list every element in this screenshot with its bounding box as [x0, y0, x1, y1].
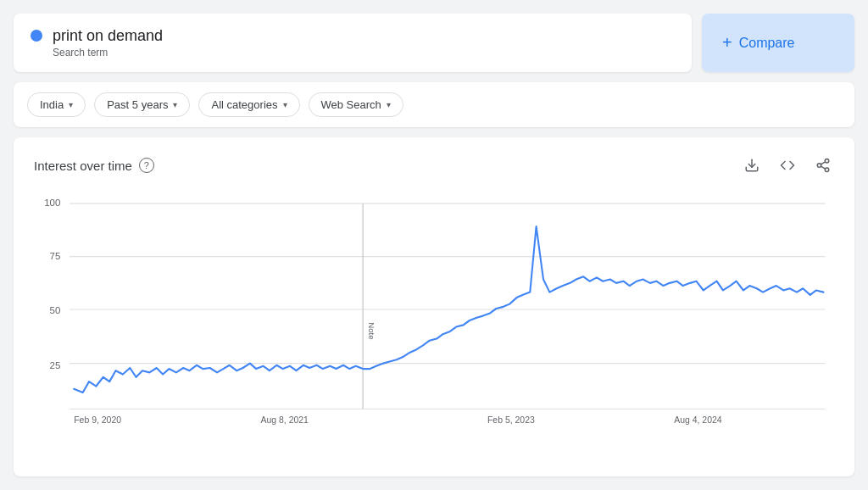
filter-region[interactable]: India ▾ [27, 92, 86, 117]
svg-line-4 [821, 166, 825, 169]
filter-search-type[interactable]: Web Search ▾ [309, 92, 403, 117]
chevron-down-icon: ▾ [173, 100, 177, 109]
filter-region-label: India [40, 98, 64, 111]
y-label-100: 100 [44, 197, 61, 208]
svg-line-5 [821, 162, 825, 164]
chevron-down-icon: ▾ [387, 100, 391, 109]
top-row: print on demand Search term + Compare [14, 14, 854, 72]
filter-category[interactable]: All categories ▾ [198, 92, 299, 117]
compare-label: Compare [739, 36, 795, 51]
chevron-down-icon: ▾ [69, 100, 73, 109]
compare-button[interactable]: + Compare [702, 14, 854, 72]
filter-time-label: Past 5 years [107, 98, 168, 111]
x-label-feb2020: Feb 9, 2020 [74, 414, 121, 424]
search-term-dot [31, 30, 42, 42]
filter-category-label: All categories [211, 98, 277, 111]
chart-title: Interest over time [34, 159, 132, 173]
chart-container: 100 75 50 25 Note Feb 9, 2020 Aug 8, 202… [34, 190, 834, 427]
embed-button[interactable] [776, 154, 798, 176]
x-label-aug2024: Aug 4, 2024 [674, 414, 722, 424]
chart-title-row: Interest over time ? [34, 158, 154, 173]
search-term-text: print on demand Search term [53, 27, 163, 58]
y-label-25: 25 [50, 359, 61, 370]
y-label-75: 75 [50, 250, 61, 261]
search-term-card: print on demand Search term [14, 14, 692, 72]
filter-time[interactable]: Past 5 years ▾ [94, 92, 190, 117]
x-label-aug2021: Aug 8, 2021 [260, 414, 309, 424]
help-icon[interactable]: ? [139, 158, 154, 173]
y-label-50: 50 [50, 304, 61, 315]
compare-plus-icon: + [722, 33, 732, 53]
chart-actions [741, 154, 834, 176]
note-label: Note [367, 322, 376, 339]
chevron-down-icon: ▾ [283, 100, 287, 109]
interest-chart: 100 75 50 25 Note Feb 9, 2020 Aug 8, 202… [34, 190, 834, 427]
chart-header: Interest over time ? [34, 154, 834, 176]
search-term-name: print on demand [53, 27, 163, 45]
filters-row: India ▾ Past 5 years ▾ All categories ▾ … [14, 82, 854, 127]
share-button[interactable] [812, 154, 834, 176]
download-button[interactable] [741, 154, 763, 176]
x-label-feb2023: Feb 5, 2023 [487, 414, 535, 424]
search-term-label: Search term [53, 47, 163, 58]
filter-search-type-label: Web Search [321, 98, 381, 111]
chart-card: Interest over time ? [14, 137, 854, 476]
